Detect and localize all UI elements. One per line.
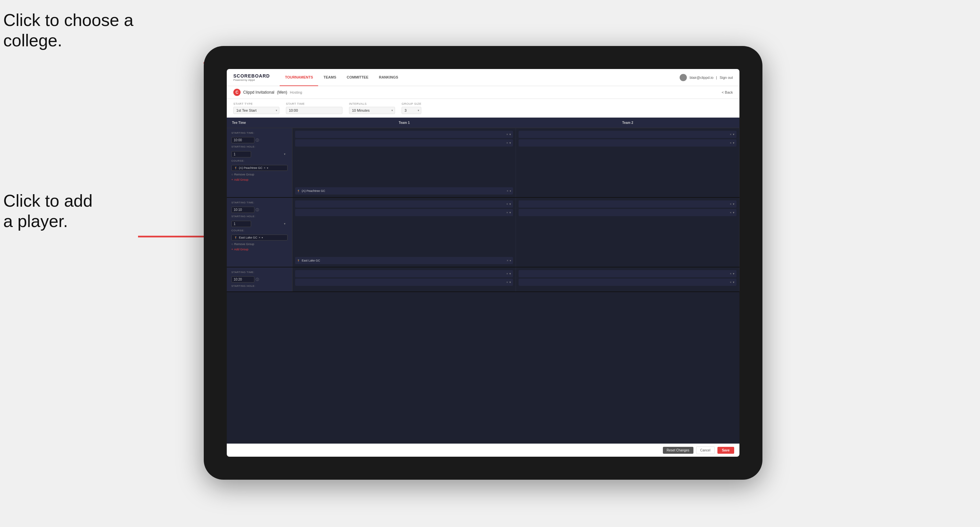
remove-group-btn-2[interactable]: ○ Remove Group — [231, 243, 288, 246]
intervals-select[interactable]: 10 Minutes 8 Minutes 12 Minutes — [349, 107, 395, 114]
tournament-name: Clippd Invitational — [243, 90, 274, 95]
nav-committee[interactable]: COMMITTEE — [342, 69, 374, 86]
course-remove-x-2[interactable]: × — [259, 236, 260, 239]
starting-time-row-3: ⓘ — [231, 276, 288, 283]
player-x[interactable]: × — [730, 272, 732, 275]
group-2-hole-select[interactable]: 1 10 — [231, 221, 251, 227]
player-chevron: ▾ — [509, 133, 511, 136]
player-row[interactable]: × ▾ — [295, 139, 513, 146]
group-2-team1-course-cell: 🏌 East Lake GC × ▾ — [293, 254, 516, 267]
group-size-label: Group Size — [402, 102, 421, 105]
group-size-wrapper: 3 4 2 — [402, 107, 421, 114]
player-x[interactable]: × — [506, 272, 508, 275]
tablet-device: SCOREBOARD Powered by clippd TOURNAMENTS… — [204, 46, 762, 480]
group-1-course-tag[interactable]: 🏌 (A) Peachtree GC × ▾ — [231, 165, 288, 171]
clippd-logo: C — [233, 89, 240, 96]
player-row[interactable]: × ▾ — [295, 279, 513, 286]
player-x[interactable]: × — [506, 281, 508, 284]
player-chevron: ▾ — [733, 281, 735, 284]
group-1-hole-select[interactable]: 1 10 — [231, 151, 251, 157]
controls-row: Start Type 1st Tee Start Shotgun Start S… — [227, 99, 740, 117]
group-size-group: Group Size 3 4 2 — [402, 102, 421, 114]
group-3-left: STARTING TIME: ⓘ STARTING HOLE: — [227, 267, 293, 291]
player-x[interactable]: × — [506, 133, 508, 136]
group-2-left: STARTING TIME: ⓘ STARTING HOLE: 1 10 — [227, 198, 293, 254]
course-cell-name-2: East Lake GC — [302, 259, 506, 262]
nav-tournaments[interactable]: TOURNAMENTS — [280, 69, 318, 86]
player-x[interactable]: × — [730, 141, 732, 144]
tournament-gender: (Men) — [277, 90, 287, 95]
player-chevron: ▾ — [733, 141, 735, 144]
course-chevron: ▾ — [267, 167, 268, 170]
remove-group-btn-1[interactable]: ○ Remove Group — [231, 173, 288, 176]
group-2-course-tag[interactable]: 🏌 East Lake GC × ▾ — [231, 235, 288, 241]
table-header: Tee Time Team 1 Team 2 — [227, 117, 740, 128]
player-row[interactable]: × ▾ — [295, 209, 513, 216]
player-row[interactable]: × ▾ — [295, 270, 513, 277]
add-group-icon: + — [231, 178, 233, 181]
group-size-select[interactable]: 3 4 2 — [402, 107, 421, 114]
course-cell-chevron: ▾ — [510, 190, 511, 192]
starting-time-label-2: STARTING TIME: — [231, 201, 288, 204]
time-info-icon-2: ⓘ — [256, 208, 259, 212]
player-row[interactable]: × ▾ — [519, 139, 737, 146]
time-info-icon: ⓘ — [256, 138, 259, 143]
sub-header: C Clippd Invitational (Men) Hosting < Ba… — [227, 86, 740, 99]
group-3-time-input[interactable] — [231, 276, 255, 283]
starting-time-label: STARTING TIME: — [231, 132, 288, 134]
group-1-team2-course-cell — [516, 185, 740, 197]
nav-right: blair@clippd.io | Sign out — [679, 74, 733, 81]
starting-hole-label-3: STARTING HOLE: — [231, 284, 288, 287]
player-x[interactable]: × — [730, 202, 732, 206]
group-1-team2-cell: × ▾ × ▾ — [516, 128, 740, 185]
schedule-table: Tee Time Team 1 Team 2 STARTING TIME: ⓘ … — [227, 117, 740, 444]
group-1-team1-cell: × ▾ × ▾ — [293, 128, 516, 185]
start-time-input[interactable] — [286, 107, 342, 114]
course-remove-x[interactable]: × — [264, 166, 266, 170]
course-cell-name: (A) Peachtree GC — [302, 189, 506, 192]
start-type-select[interactable]: 1st Tee Start Shotgun Start — [233, 107, 279, 114]
course-cell-chevron-2: ▾ — [510, 259, 511, 262]
col-team2: Team 2 — [516, 117, 740, 128]
player-row[interactable]: × ▾ — [519, 270, 737, 277]
intervals-wrapper: 10 Minutes 8 Minutes 12 Minutes — [349, 107, 395, 114]
player-x[interactable]: × — [730, 281, 732, 284]
player-x[interactable]: × — [506, 202, 508, 206]
player-x[interactable]: × — [506, 141, 508, 144]
breadcrumb: C Clippd Invitational (Men) Hosting — [233, 89, 302, 96]
player-x[interactable]: × — [730, 133, 732, 136]
nav-teams[interactable]: TEAMS — [318, 69, 342, 86]
add-group-btn-1[interactable]: + Add Group — [231, 178, 288, 181]
group-1-course-row: 🏌 (A) Peachtree GC × ▾ — [227, 185, 740, 197]
player-row[interactable]: × ▾ — [519, 200, 737, 208]
nav-rankings[interactable]: RANKINGS — [374, 69, 404, 86]
course-icon-2: 🏌 — [234, 236, 238, 239]
player-row[interactable]: × ▾ — [519, 209, 737, 216]
user-avatar — [679, 74, 687, 81]
sign-out-link[interactable]: Sign out — [720, 76, 733, 79]
cancel-button[interactable]: Cancel — [696, 446, 715, 454]
time-info-icon-3: ⓘ — [256, 277, 259, 282]
back-button[interactable]: < Back — [722, 90, 733, 94]
player-row[interactable]: × ▾ — [519, 131, 737, 138]
reset-changes-button[interactable]: Reset Changes — [663, 447, 694, 454]
group-1-time-input[interactable] — [231, 137, 255, 143]
start-time-group: Start Time — [286, 102, 342, 114]
start-time-label: Start Time — [286, 102, 342, 105]
player-row[interactable]: × ▾ — [519, 279, 737, 286]
remove-group-icon: ○ — [231, 173, 233, 176]
save-button[interactable]: Save — [718, 447, 734, 454]
hosting-label: Hosting — [290, 90, 302, 94]
group-2-row: STARTING TIME: ⓘ STARTING HOLE: 1 10 — [227, 198, 740, 254]
group-2-time-input[interactable] — [231, 207, 255, 213]
player-row[interactable]: × ▾ — [295, 200, 513, 208]
start-type-label: Start Type — [233, 102, 279, 105]
player-x[interactable]: × — [506, 211, 508, 214]
course-cell-x[interactable]: × — [507, 189, 508, 192]
course-cell-x-2[interactable]: × — [507, 259, 508, 262]
starting-hole-label: STARTING HOLE: — [231, 145, 288, 148]
player-row[interactable]: × ▾ — [295, 131, 513, 138]
group-row-1: STARTING TIME: ⓘ STARTING HOLE: 1 10 — [227, 128, 740, 198]
player-x[interactable]: × — [730, 211, 732, 214]
add-group-btn-2[interactable]: + Add Group — [231, 248, 288, 251]
